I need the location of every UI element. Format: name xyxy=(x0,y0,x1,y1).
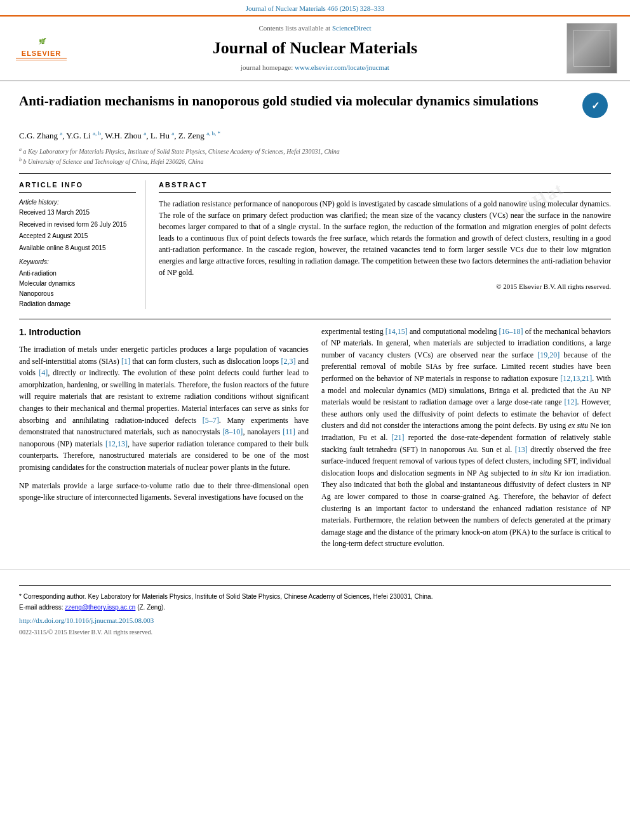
elsevier-logo-container: 🌿 ELSEVIER xyxy=(13,24,83,72)
available-online-date: Available online 8 August 2015 xyxy=(19,244,136,253)
sciencedirect-line: Contents lists available at ScienceDirec… xyxy=(83,23,547,34)
ref-11[interactable]: [11] xyxy=(283,427,295,436)
ref-1[interactable]: [1] xyxy=(121,357,130,366)
ref-1415[interactable]: [14,15] xyxy=(385,327,408,336)
ref-57[interactable]: [5–7] xyxy=(203,416,219,425)
authors-line: C.G. Zhang a, Y.G. Li a, b, W.H. Zhou a,… xyxy=(19,130,611,142)
homepage-line: journal homepage: www.elsevier.com/locat… xyxy=(83,63,547,73)
article-title: Anti-radiation mechanisms in nanoporous … xyxy=(19,93,573,110)
abstract-column: ABSTRACT The radiation resistance perfor… xyxy=(159,180,611,309)
journal-thumbnail-container xyxy=(547,23,617,74)
ref-1213[interactable]: [12,13] xyxy=(105,439,128,448)
article-info-column: ARTICLE INFO Article history: Received 1… xyxy=(19,180,146,309)
intro-section-title: 1. Introduction xyxy=(19,326,309,338)
doi-link[interactable]: http://dx.doi.org/10.1016/j.jnucmat.2015… xyxy=(19,616,611,626)
ref-121321[interactable]: [12,13,21] xyxy=(560,374,592,383)
divider-top xyxy=(19,173,611,174)
svg-rect-0 xyxy=(13,24,70,69)
corresponding-author-note: * Corresponding author. Key Laboratory f… xyxy=(19,592,611,602)
footer-divider xyxy=(19,585,611,586)
copyright-line: 0022-3115/© 2015 Elsevier B.V. All right… xyxy=(19,628,611,637)
journal-cover-thumbnail xyxy=(566,23,617,74)
ref-13b[interactable]: [13] xyxy=(515,445,528,454)
crossmark-icon: ✓ xyxy=(582,93,608,118)
elsevier-logo-icon: 🌿 ELSEVIER xyxy=(13,24,70,69)
keyword-4: Radiation damage xyxy=(19,299,136,309)
journal-name-heading: Journal of Nuclear Materials xyxy=(83,36,547,60)
body-right-column: experimental testing [14,15] and computa… xyxy=(321,326,611,556)
history-label: Article history: xyxy=(19,198,136,208)
ref-810[interactable]: [8–10] xyxy=(222,427,243,436)
crossmark-badge-container[interactable]: ✓ xyxy=(579,93,611,118)
body-text-area: 1. Introduction The irradiation of metal… xyxy=(19,326,611,556)
abstract-text: The radiation resistance performance of … xyxy=(159,198,611,278)
affiliations: a a Key Laboratory for Materials Physics… xyxy=(19,146,611,167)
affiliation-a: a a Key Laboratory for Materials Physics… xyxy=(19,146,611,156)
ref-21b[interactable]: [21] xyxy=(392,433,405,442)
body-left-column: 1. Introduction The irradiation of metal… xyxy=(19,326,309,556)
article-info-abstract-section: ARTICLE INFO Article history: Received 1… xyxy=(19,180,611,309)
ref-1618[interactable]: [16–18] xyxy=(499,327,523,336)
received-revised-date: Received in revised form 26 July 2015 xyxy=(19,220,136,230)
article-title-section: Anti-radiation mechanisms in nanoporous … xyxy=(19,93,611,123)
abstract-heading: ABSTRACT xyxy=(159,180,611,193)
keywords-label: Keywords: xyxy=(19,258,136,267)
svg-text:ELSEVIER: ELSEVIER xyxy=(22,50,61,57)
article-info-heading: ARTICLE INFO xyxy=(19,180,136,193)
journal-reference-text: Journal of Nuclear Materials 466 (2015) … xyxy=(246,4,385,12)
ref-12b[interactable]: [12] xyxy=(565,397,577,406)
svg-text:✓: ✓ xyxy=(591,100,600,111)
keywords-section: Keywords: Anti-radiation Molecular dynam… xyxy=(19,258,136,309)
journal-reference-bar: Journal of Nuclear Materials 466 (2015) … xyxy=(0,0,630,17)
homepage-url[interactable]: www.elsevier.com/locate/jnucmat xyxy=(295,63,389,71)
divider-bottom xyxy=(19,319,611,319)
keyword-1: Anti-radiation xyxy=(19,269,136,279)
intro-paragraph-1: The irradiation of metals under energeti… xyxy=(19,343,309,474)
right-col-paragraph-1: experimental testing [14,15] and computa… xyxy=(321,326,611,550)
received-date: Received 13 March 2015 xyxy=(19,208,136,218)
journal-center-info: Contents lists available at ScienceDirec… xyxy=(83,23,547,73)
sciencedirect-link[interactable]: ScienceDirect xyxy=(332,24,372,32)
affiliation-b: b b University of Science and Technology… xyxy=(19,156,611,166)
author-email[interactable]: zzeng@theory.issp.ac.cn xyxy=(65,604,135,611)
keyword-2: Molecular dynamics xyxy=(19,279,136,289)
ref-1920[interactable]: [19,20] xyxy=(537,350,560,359)
ref-4[interactable]: [4] xyxy=(39,368,48,377)
intro-paragraph-2: NP materials provide a large surface-to-… xyxy=(19,480,309,503)
abstract-copyright: © 2015 Elsevier B.V. All rights reserved… xyxy=(159,282,611,292)
keyword-3: Nanoporous xyxy=(19,289,136,299)
ref-23[interactable]: [2,3] xyxy=(281,357,295,366)
main-content-area: Anti-radiation mechanisms in nanoporous … xyxy=(0,81,630,569)
article-footer: * Corresponding author. Key Laboratory f… xyxy=(0,569,630,643)
accepted-date: Accepted 2 August 2015 xyxy=(19,232,136,241)
email-line: E-mail address: zzeng@theory.issp.ac.cn … xyxy=(19,603,611,613)
journal-header: 🌿 ELSEVIER Contents lists available at S… xyxy=(0,17,630,81)
journal-cover-image xyxy=(567,23,617,73)
